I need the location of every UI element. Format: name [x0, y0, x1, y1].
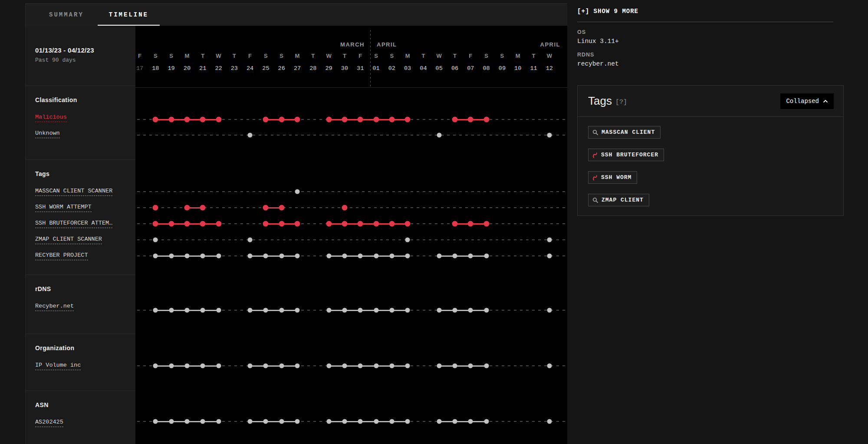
- timeline-dot-rdns-recyber-net-30[interactable]: [342, 308, 347, 313]
- timeline-dot-organization-ip-volume-inc-06[interactable]: [453, 364, 457, 368]
- timeline-dot-malicious-18[interactable]: [153, 117, 158, 123]
- timeline-dot-malicious-31[interactable]: [358, 117, 363, 123]
- timeline-dot-recyber-project-06[interactable]: [453, 254, 457, 258]
- timeline-dot-rdns-recyber-net-03[interactable]: [405, 308, 410, 313]
- timeline-dot-organization-ip-volume-inc-01[interactable]: [374, 364, 378, 368]
- timeline-dot-rdns-recyber-net-22[interactable]: [216, 308, 221, 313]
- timeline-dot-asn-as202425-19[interactable]: [169, 419, 174, 424]
- timeline-dot-rdns-recyber-net-24[interactable]: [248, 308, 253, 313]
- timeline-dot-malicious-03[interactable]: [405, 117, 411, 123]
- timeline-dot-rdns-recyber-net-29[interactable]: [326, 308, 331, 313]
- timeline-dot-recyber-project-21[interactable]: [201, 254, 205, 258]
- timeline-dot-recyber-project-31[interactable]: [358, 254, 363, 258]
- timeline-dot-organization-ip-volume-inc-30[interactable]: [342, 364, 347, 368]
- timeline-dot-ssh-bruteforcer-attempt-25[interactable]: [263, 221, 269, 227]
- timeline-dot-rdns-recyber-net-08[interactable]: [484, 308, 489, 313]
- timeline-dot-asn-as202425-01[interactable]: [374, 419, 378, 424]
- timeline-dot-malicious-20[interactable]: [184, 117, 190, 123]
- timeline-dot-recyber-project-05[interactable]: [437, 254, 441, 258]
- sidebar-item-malicious[interactable]: Malicious: [35, 114, 67, 122]
- collapse-toggle-button[interactable]: Collapsed: [780, 93, 834, 109]
- sidebar-item-ip-volume-inc[interactable]: IP Volume inc: [35, 362, 81, 370]
- timeline-dot-recyber-project-02[interactable]: [389, 254, 394, 258]
- timeline-dot-recyber-project-03[interactable]: [405, 254, 410, 258]
- timeline-dot-malicious-27[interactable]: [295, 117, 300, 123]
- sidebar-item-recyber-project[interactable]: RECYBER PROJECT: [35, 252, 88, 260]
- tag-chip-zmap-client[interactable]: ZMAP CLIENT: [588, 194, 649, 206]
- timeline-dot-unknown-12[interactable]: [547, 133, 552, 138]
- timeline-dot-ssh-worm-attempt-25[interactable]: [263, 205, 269, 211]
- timeline-dot-asn-as202425-26[interactable]: [279, 419, 284, 424]
- sidebar-item-unknown[interactable]: Unknown: [35, 130, 60, 138]
- timeline-dot-ssh-worm-attempt-26[interactable]: [279, 205, 284, 211]
- timeline-dot-organization-ip-volume-inc-03[interactable]: [405, 364, 410, 368]
- timeline-dot-unknown-05[interactable]: [437, 133, 441, 138]
- timeline-dot-zmap-client-scanner-18[interactable]: [153, 238, 158, 242]
- timeline-dot-ssh-bruteforcer-attempt-27[interactable]: [295, 221, 300, 227]
- sidebar-item-zmap-client-scanner[interactable]: ZMAP CLIENT SCANNER: [35, 236, 102, 244]
- sidebar-item-ssh-bruteforcer-attem-[interactable]: SSH BRUTEFORCER ATTEM…: [35, 220, 112, 228]
- timeline-dot-ssh-bruteforcer-attempt-08[interactable]: [483, 221, 489, 227]
- timeline-dot-organization-ip-volume-inc-18[interactable]: [153, 364, 158, 368]
- timeline-dot-organization-ip-volume-inc-31[interactable]: [358, 364, 363, 368]
- timeline-dot-recyber-project-20[interactable]: [184, 254, 189, 258]
- timeline-dot-ssh-worm-attempt-20[interactable]: [184, 205, 190, 211]
- timeline-dot-asn-as202425-20[interactable]: [184, 419, 189, 424]
- timeline-dot-rdns-recyber-net-07[interactable]: [468, 308, 473, 313]
- timeline-dot-unknown-24[interactable]: [248, 133, 253, 138]
- tag-chip-ssh-worm[interactable]: SSH WORM: [588, 171, 637, 184]
- timeline-dot-malicious-07[interactable]: [468, 117, 473, 123]
- timeline-dot-rdns-recyber-net-31[interactable]: [358, 308, 363, 313]
- timeline-dot-ssh-worm-attempt-18[interactable]: [153, 205, 158, 211]
- sidebar-item-ssh-worm-attempt[interactable]: SSH WORM ATTEMPT: [35, 204, 92, 212]
- timeline-dot-asn-as202425-30[interactable]: [342, 419, 347, 424]
- sidebar-item-as202425[interactable]: AS202425: [35, 419, 63, 427]
- timeline-dot-rdns-recyber-net-19[interactable]: [169, 308, 174, 313]
- timeline-dot-organization-ip-volume-inc-22[interactable]: [216, 364, 221, 368]
- tag-chip-masscan-client[interactable]: MASSCAN CLIENT: [588, 126, 661, 139]
- timeline-dot-organization-ip-volume-inc-26[interactable]: [279, 364, 284, 368]
- timeline-dot-zmap-client-scanner-03[interactable]: [405, 238, 410, 242]
- timeline-dot-asn-as202425-05[interactable]: [437, 419, 441, 424]
- timeline-dot-ssh-worm-attempt-30[interactable]: [342, 205, 347, 211]
- timeline-dot-masscan-client-scanner-27[interactable]: [295, 189, 300, 194]
- timeline-dot-ssh-bruteforcer-attempt-29[interactable]: [326, 221, 332, 227]
- timeline-dot-ssh-bruteforcer-attempt-18[interactable]: [153, 221, 158, 227]
- timeline-dot-rdns-recyber-net-01[interactable]: [374, 308, 378, 313]
- timeline-dot-rdns-recyber-net-18[interactable]: [153, 308, 158, 313]
- timeline-dot-malicious-26[interactable]: [279, 117, 284, 123]
- timeline-dot-asn-as202425-25[interactable]: [263, 419, 268, 424]
- timeline-dot-recyber-project-18[interactable]: [153, 254, 158, 258]
- timeline-dot-rdns-recyber-net-20[interactable]: [184, 308, 189, 313]
- timeline-dot-organization-ip-volume-inc-27[interactable]: [295, 364, 300, 368]
- timeline-dot-malicious-22[interactable]: [216, 117, 221, 123]
- timeline-dot-organization-ip-volume-inc-07[interactable]: [468, 364, 473, 368]
- timeline-dot-asn-as202425-31[interactable]: [358, 419, 363, 424]
- timeline-dot-rdns-recyber-net-05[interactable]: [437, 308, 441, 313]
- timeline-dot-asn-as202425-03[interactable]: [405, 419, 410, 424]
- timeline-dot-malicious-01[interactable]: [373, 117, 379, 123]
- timeline-dot-recyber-project-25[interactable]: [263, 254, 268, 258]
- timeline-dot-malicious-29[interactable]: [326, 117, 332, 123]
- timeline-dot-organization-ip-volume-inc-20[interactable]: [184, 364, 189, 368]
- timeline-dot-asn-as202425-02[interactable]: [389, 419, 394, 424]
- timeline-dot-recyber-project-26[interactable]: [279, 254, 284, 258]
- timeline-dot-asn-as202425-07[interactable]: [468, 419, 473, 424]
- timeline-dot-ssh-bruteforcer-attempt-31[interactable]: [358, 221, 363, 227]
- timeline-dot-ssh-bruteforcer-attempt-21[interactable]: [200, 221, 206, 227]
- timeline-dot-ssh-bruteforcer-attempt-01[interactable]: [373, 221, 379, 227]
- timeline-dot-recyber-project-08[interactable]: [484, 254, 489, 258]
- timeline-dot-recyber-project-12[interactable]: [547, 254, 552, 258]
- timeline-dot-malicious-19[interactable]: [168, 117, 174, 123]
- timeline-dot-malicious-25[interactable]: [263, 117, 269, 123]
- timeline-dot-organization-ip-volume-inc-29[interactable]: [326, 364, 331, 368]
- timeline-dot-asn-as202425-06[interactable]: [453, 419, 457, 424]
- tags-help-icon[interactable]: [?]: [615, 99, 627, 106]
- timeline-dot-zmap-client-scanner-12[interactable]: [547, 238, 552, 242]
- timeline-dot-rdns-recyber-net-12[interactable]: [547, 308, 552, 313]
- timeline-dot-asn-as202425-24[interactable]: [248, 419, 253, 424]
- timeline-dot-asn-as202425-27[interactable]: [295, 419, 300, 424]
- timeline-dot-ssh-bruteforcer-attempt-26[interactable]: [279, 221, 284, 227]
- timeline-dot-recyber-project-22[interactable]: [216, 254, 221, 258]
- timeline-dot-organization-ip-volume-inc-24[interactable]: [248, 364, 253, 368]
